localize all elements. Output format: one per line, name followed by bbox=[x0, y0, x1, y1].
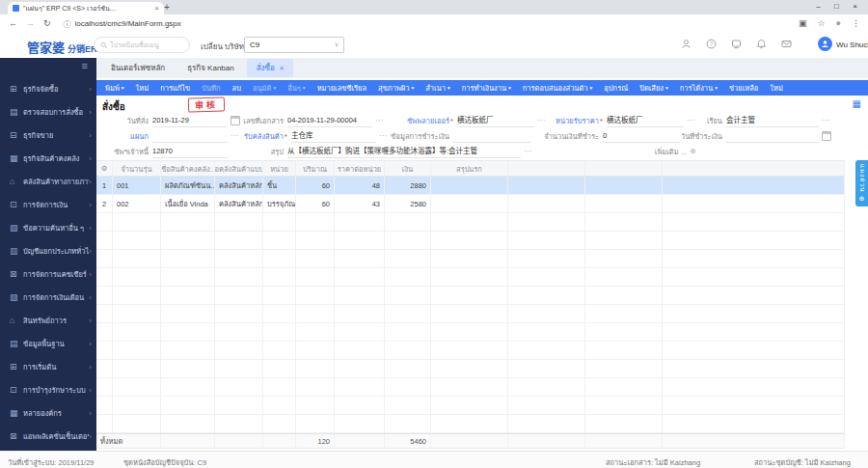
forward-icon[interactable]: → bbox=[26, 18, 35, 28]
form-field-value[interactable]: 横达板纸厂 bbox=[457, 114, 534, 127]
form-field-label[interactable]: รับคลังสินค้า bbox=[194, 130, 284, 142]
sidebar-item[interactable]: ▦ธุรกิจสินค้าคงคลัง› bbox=[0, 147, 96, 170]
table-row[interactable]: 2002เนื้อเยื่อ Vindaคลังสินค้าหลักบรรจุภ… bbox=[96, 195, 845, 213]
sidebar-item[interactable]: ▦หลายองค์กร› bbox=[0, 401, 96, 425]
sidebar-item[interactable]: ⊞ธุรกิจจัดซื้อ› bbox=[0, 77, 96, 100]
avatar[interactable] bbox=[818, 37, 832, 51]
plus-circle-icon[interactable]: ⊕ bbox=[690, 148, 696, 155]
column-header[interactable]: จำนวนรุ่น bbox=[113, 161, 161, 176]
toolbar-button[interactable]: ลบ bbox=[227, 82, 247, 94]
minimize-button[interactable]: – bbox=[809, 0, 827, 14]
reload-icon[interactable]: ↻ bbox=[43, 18, 51, 28]
toolbar-button[interactable]: หมายเลขซีเรียล bbox=[312, 82, 372, 94]
toolbar-button[interactable]: ใหม่ bbox=[130, 82, 155, 94]
table-cell[interactable] bbox=[431, 195, 508, 213]
ellipsis-lookup-icon[interactable]: ⋯ bbox=[524, 148, 531, 155]
table-cell[interactable]: บรรจุภัณฑ์ bbox=[263, 195, 296, 213]
ellipsis-lookup-icon[interactable]: ⋯ bbox=[822, 117, 829, 124]
form-field-value[interactable]: 会计主管 bbox=[726, 114, 819, 127]
column-header[interactable]: ปริมาณ bbox=[296, 161, 335, 176]
table-cell[interactable]: 001 bbox=[113, 177, 161, 195]
sidebar-item[interactable]: ⊟ธุรกิจขาย› bbox=[0, 124, 96, 147]
mail-icon[interactable] bbox=[781, 39, 806, 49]
form-field-value[interactable] bbox=[726, 129, 819, 143]
hamburger-icon[interactable]: ≡ bbox=[82, 60, 88, 71]
column-header[interactable]: ชื่อคลังสินค้าแบบ.. bbox=[215, 161, 263, 176]
toolbar-button[interactable]: การได้งาน▾ bbox=[674, 82, 723, 94]
toolbar-button[interactable]: พิมพ์▾ bbox=[99, 82, 130, 94]
table-cell[interactable]: ชิ้น bbox=[263, 177, 296, 195]
profile-icon[interactable]: ● bbox=[836, 18, 841, 28]
column-settings-gear-icon[interactable]: ⚙ bbox=[96, 161, 113, 176]
contacts-icon[interactable] bbox=[681, 39, 706, 49]
column-header[interactable]: สรุปแรก bbox=[431, 161, 508, 176]
user-name[interactable]: Wu Shuchan bbox=[836, 41, 868, 49]
sidebar-item[interactable]: ⌂คลังสินค้าทางกายภาพ› bbox=[0, 170, 96, 193]
side-panel-toggle[interactable]: แผงด่วน ⊕ bbox=[855, 160, 868, 206]
url-field[interactable]: localhost/cmc9/MainForm.gspx bbox=[75, 19, 788, 28]
table-cell[interactable]: 2580 bbox=[385, 195, 431, 213]
toolbar-button[interactable]: การแก้ไข bbox=[154, 82, 196, 94]
form-field-value[interactable]: 0 bbox=[603, 129, 680, 143]
toolbar-button[interactable]: สำเนา▾ bbox=[420, 82, 455, 94]
form-field-value[interactable] bbox=[453, 129, 530, 143]
form-field-label[interactable]: ซัพพลายเออร์ bbox=[382, 115, 449, 126]
toolbar-button[interactable]: ช่วยเหลือ bbox=[723, 82, 764, 94]
toolbar-button[interactable]: ใหม่ bbox=[764, 82, 789, 94]
toolbar-button[interactable]: การทำเงินงาน▾ bbox=[456, 82, 517, 94]
browser-tab[interactable]: "แผ่นๆ" ERP C9 <S> เวอร์ชัน... × bbox=[8, 2, 164, 14]
sidebar-item[interactable]: ⊠การจัดการแคชเชียร์› bbox=[0, 262, 96, 286]
table-cell[interactable]: เนื้อเยื่อ Vinda bbox=[161, 195, 215, 213]
table-cell[interactable]: คลังสินค้าหลัก bbox=[215, 195, 263, 213]
search-input[interactable] bbox=[108, 41, 172, 49]
sidebar-item[interactable]: ⊠แอพพลิเคชั่นเซ็นเตอร์› bbox=[0, 425, 96, 448]
form-field-value[interactable]: 横达板纸厂 bbox=[607, 114, 684, 127]
table-cell[interactable] bbox=[431, 177, 508, 195]
translate-icon[interactable]: ▣ bbox=[799, 18, 807, 28]
sidebar-item[interactable]: ▨การจัดการเงินเดือน› bbox=[0, 286, 96, 309]
tab-close-icon[interactable]: × bbox=[280, 64, 285, 72]
sidebar-item[interactable]: ⌂สินทรัพย์ถาวร› bbox=[0, 309, 96, 332]
table-cell[interactable]: 60 bbox=[296, 177, 335, 195]
toolbar-button[interactable]: ปิดเสียง▾ bbox=[634, 82, 674, 94]
back-icon[interactable]: ← bbox=[9, 18, 17, 28]
page-info-icon[interactable]: ⓘ bbox=[64, 18, 71, 29]
sidebar-item[interactable]: ⊡การบำรุงรักษาระบบ› bbox=[0, 378, 96, 401]
sidebar-item[interactable]: ▤ข้อมูลพื้นฐาน› bbox=[0, 332, 96, 355]
sidebar-item[interactable]: ▧ข้อความค้นหาอื่น ๆ› bbox=[0, 216, 96, 239]
column-header[interactable]: ราคาต่อหน่วย bbox=[335, 161, 385, 176]
table-cell[interactable]: ผลิตภัณฑ์ซันน... bbox=[161, 177, 215, 195]
sidebar-item[interactable]: ⊡การจัดการเงิน› bbox=[0, 193, 96, 216]
toolbar-button[interactable]: การตอบสนองส่วนตัว▾ bbox=[517, 82, 599, 94]
document-tab[interactable]: อินเตอร์เฟซหลัก bbox=[101, 59, 175, 77]
document-tab[interactable]: ธุรกิจ Kanban bbox=[177, 59, 244, 77]
bookmark-star-icon[interactable]: ☆ bbox=[817, 18, 825, 28]
calendar-icon[interactable] bbox=[822, 131, 831, 141]
table-cell[interactable]: 002 bbox=[113, 195, 161, 213]
table-row[interactable]: 1001ผลิตภัณฑ์ซันน...คลังสินค้าหลักชิ้น60… bbox=[96, 177, 845, 195]
form-field-value[interactable]: 04-2019-11-29-00004 bbox=[287, 114, 372, 127]
table-cell[interactable]: 2880 bbox=[385, 177, 431, 195]
window-close-button[interactable]: × bbox=[846, 0, 864, 14]
form-field-label[interactable]: หน่วยรับราคา bbox=[527, 115, 599, 126]
sidebar-item[interactable]: ⊞การเริ่มต้น› bbox=[0, 355, 96, 378]
sidebar-item[interactable]: ▥บัญชีแยกประเภททั่วไป› bbox=[0, 239, 96, 262]
maximize-button[interactable]: □ bbox=[827, 0, 846, 14]
layout-grid-icon[interactable]: ▦ bbox=[853, 98, 861, 109]
sidebar-item[interactable]: ▤ตรวจสอบการสั่งซื้อ› bbox=[0, 100, 96, 124]
company-select[interactable]: C9 ˅ bbox=[244, 37, 344, 53]
column-header[interactable]: เงิน bbox=[385, 161, 431, 176]
tab-close-icon[interactable]: × bbox=[154, 4, 159, 13]
table-cell[interactable]: 43 bbox=[335, 195, 385, 213]
table-cell[interactable]: 48 bbox=[335, 177, 385, 195]
browser-menu-icon[interactable]: ⋮ bbox=[852, 18, 860, 28]
column-header[interactable]: ชื่อสินค้าคงคลัง.. bbox=[161, 161, 215, 176]
document-tab[interactable]: สั่งซื้อ× bbox=[247, 59, 294, 77]
table-cell[interactable]: 60 bbox=[296, 195, 335, 213]
column-header[interactable]: หน่วย bbox=[263, 161, 296, 176]
table-cell[interactable]: คลังสินค้าหลัก bbox=[215, 177, 263, 195]
form-field-value[interactable]: 从【横达板纸厂】购进【策咪喱多功能沐浴露】等:会计主管 bbox=[287, 145, 521, 158]
toolbar-button[interactable]: อุปกรณ์ bbox=[598, 82, 634, 94]
new-tab-button[interactable]: + bbox=[164, 0, 170, 14]
form-field-value[interactable]: 主仓库 bbox=[291, 129, 376, 143]
